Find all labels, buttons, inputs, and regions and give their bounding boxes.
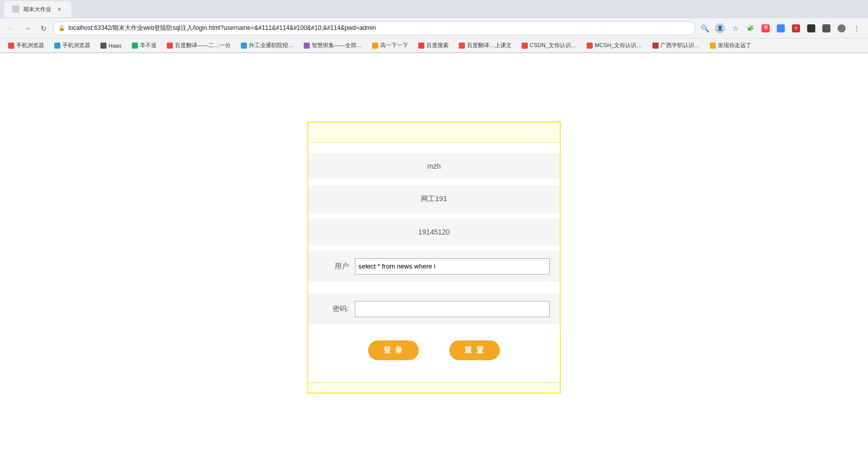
browser-tab[interactable]: 期末大作业 ✕ <box>4 1 71 17</box>
bookmarks-bar: 手机浏览器 手机浏览器 Haas 羊不道 百度翻译——二…一分 外工业通职院招…… <box>0 39 868 53</box>
spacer-3 <box>308 245 560 251</box>
toolbar-right: 🔍 👤 ☆ 🧩 手 R <box>698 21 864 35</box>
bookmark-label-5: 百度翻译——二…一分 <box>175 42 231 49</box>
ext4-btn[interactable] <box>804 21 818 35</box>
address-bar[interactable]: 🔒 localhost:63342/期末大作业web登陆防sql注入/login… <box>53 21 696 35</box>
bookmark-9[interactable]: 百度搜索 <box>414 41 453 50</box>
ext3-btn[interactable]: R <box>789 21 803 35</box>
bookmark-favicon-9 <box>418 43 424 49</box>
bookmark-favicon-13 <box>653 43 659 49</box>
username-label: 用户 <box>318 262 349 271</box>
bookmark-10[interactable]: 百度翻译…上课文 <box>455 41 516 50</box>
bookmark-label-2: 手机浏览器 <box>62 42 90 49</box>
bookmark-4[interactable]: 羊不道 <box>128 41 161 50</box>
bookmark-favicon-1 <box>8 43 14 49</box>
bookmark-favicon-4 <box>132 43 138 49</box>
profile-btn[interactable]: 👤 <box>713 21 727 35</box>
lock-icon: 🔒 <box>58 25 65 31</box>
info-row-1: mzh <box>308 153 560 179</box>
page-content: mzh 网工191 19145120 用户 密码: <box>0 53 868 461</box>
ext5-btn[interactable] <box>819 21 834 35</box>
bookmark-label-8: 高一下一下 <box>380 42 408 49</box>
profile-icon: 👤 <box>715 23 725 33</box>
reset-button[interactable]: 重 置 <box>449 340 500 360</box>
bookmark-favicon-8 <box>372 43 378 49</box>
password-input[interactable] <box>355 301 550 317</box>
info-text-3: 19145120 <box>418 228 450 236</box>
info-row-3: 19145120 <box>308 219 560 245</box>
reload-button[interactable]: ↻ <box>37 21 51 35</box>
bookmark-favicon-3 <box>100 43 106 49</box>
bookmark-label-11: CSDN_文你认识… <box>530 42 576 49</box>
login-card: mzh 网工191 19145120 用户 密码: <box>307 122 561 394</box>
tab-close-btn[interactable]: ✕ <box>55 5 63 13</box>
back-button[interactable]: ← <box>4 21 18 35</box>
ext6-btn[interactable] <box>835 21 849 35</box>
spacer-2 <box>308 213 560 219</box>
tab-bar: 期末大作业 ✕ <box>0 0 868 18</box>
username-input[interactable] <box>355 258 550 275</box>
bookmark-label-13: 广西学职认识… <box>661 42 700 49</box>
bookmark-label-9: 百度搜索 <box>426 42 449 49</box>
search-icon-btn[interactable]: 🔍 <box>698 21 712 35</box>
bookmark-label-14: 发现你走远了 <box>718 42 751 49</box>
bookmark-14[interactable]: 发现你走远了 <box>706 41 755 50</box>
extensions-btn[interactable]: 🧩 <box>743 21 757 35</box>
bookmark-7[interactable]: 智慧班集——全部… <box>300 41 366 50</box>
spacer-4 <box>308 288 560 294</box>
info-text-2: 网工191 <box>421 195 447 204</box>
button-row: 登 录 重 置 <box>308 330 560 372</box>
bookmark-favicon-11 <box>522 43 528 49</box>
login-button[interactable]: 登 录 <box>368 340 419 360</box>
bookmark-favicon-7 <box>304 43 310 49</box>
info-text-1: mzh <box>427 162 441 170</box>
bookmark-5[interactable]: 百度翻译——二…一分 <box>163 41 235 50</box>
bookmark-favicon-12 <box>587 43 593 49</box>
ext2-btn[interactable] <box>774 21 788 35</box>
address-text: localhost:63342/期末大作业web登陆防sql注入/login.h… <box>68 24 690 32</box>
bookmark-favicon-14 <box>710 43 716 49</box>
tab-title: 期末大作业 <box>23 6 51 13</box>
bookmark-favicon-2 <box>54 43 60 49</box>
bookmark-11[interactable]: CSDN_文你认识… <box>518 41 581 50</box>
bookmark-favicon-10 <box>459 43 465 49</box>
ext1-btn[interactable]: 手 <box>758 21 773 35</box>
bookmark-label-12: MCSH_文你认识… <box>595 42 642 49</box>
bookmark-12[interactable]: MCSH_文你认识… <box>583 41 646 50</box>
menu-btn[interactable]: ⋮ <box>850 21 864 35</box>
bookmark-1[interactable]: 手机浏览器 <box>4 41 48 50</box>
forward-button[interactable]: → <box>20 21 34 35</box>
browser-chrome: 期末大作业 ✕ ← → ↻ 🔒 localhost:63342/期末大作业web… <box>0 0 868 53</box>
tab-favicon <box>12 6 19 13</box>
bookmark-star-btn[interactable]: ☆ <box>728 21 742 35</box>
card-header <box>308 123 560 143</box>
bookmark-8[interactable]: 高一下一下 <box>368 41 412 50</box>
spacer-1 <box>308 179 560 185</box>
navigation-toolbar: ← → ↻ 🔒 localhost:63342/期末大作业web登陆防sql注入… <box>0 18 868 39</box>
bookmark-13[interactable]: 广西学职认识… <box>648 41 704 50</box>
card-body: mzh 网工191 19145120 用户 密码: <box>308 143 560 382</box>
username-row: 用户 <box>308 251 560 282</box>
bookmark-label-10: 百度翻译…上课文 <box>467 42 512 49</box>
bookmark-favicon-5 <box>167 43 173 49</box>
bookmark-label-4: 羊不道 <box>140 42 157 49</box>
bookmark-label-3: Haas <box>108 43 122 49</box>
password-label: 密码: <box>318 304 349 314</box>
bookmark-label-6: 外工业通职院招… <box>249 42 294 49</box>
bookmark-2[interactable]: 手机浏览器 <box>50 41 94 50</box>
bookmark-label-1: 手机浏览器 <box>16 42 44 49</box>
info-row-2: 网工191 <box>308 185 560 213</box>
card-footer <box>308 382 560 393</box>
password-row: 密码: <box>308 294 560 324</box>
bookmark-favicon-6 <box>241 43 247 49</box>
bookmark-6[interactable]: 外工业通职院招… <box>237 41 298 50</box>
bookmark-label-7: 智慧班集——全部… <box>312 42 362 49</box>
bookmark-3[interactable]: Haas <box>96 42 126 50</box>
